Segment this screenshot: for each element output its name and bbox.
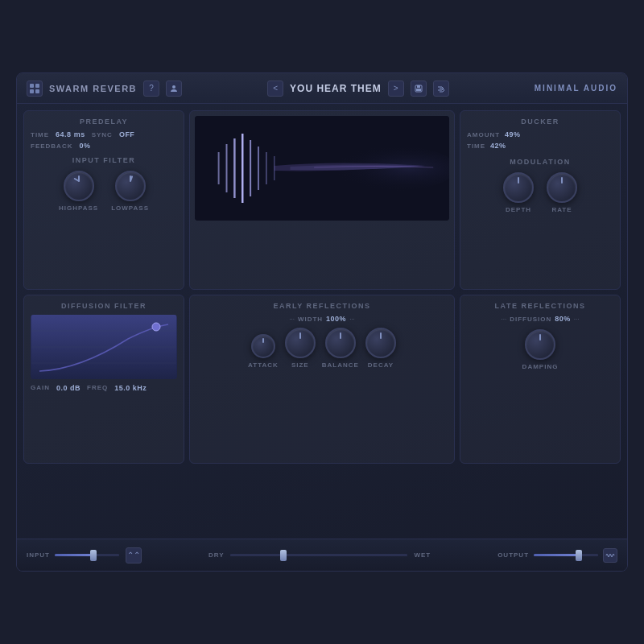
ducker-amount-row: AMOUNT 49% (467, 130, 613, 138)
width-label: WIDTH (298, 316, 323, 323)
attack-knob[interactable] (251, 334, 275, 358)
ducker-time-label: TIME (467, 142, 485, 150)
balance-knob[interactable] (325, 328, 356, 358)
ducker-panel: DUCKER AMOUNT 49% TIME 42% MODULATION DE… (460, 110, 621, 290)
modulation-knobs: DEPTH RATE (467, 172, 613, 213)
next-preset-btn[interactable]: > (388, 80, 404, 97)
depth-label: DEPTH (506, 206, 531, 213)
svg-rect-3 (35, 89, 39, 93)
size-knob[interactable] (285, 328, 316, 358)
dry-wet-container: DRY WET (208, 551, 431, 559)
svg-rect-7 (416, 89, 421, 91)
size-label: SIZE (291, 361, 309, 369)
late-knobs: DAMPING (467, 329, 613, 370)
late-diffusion-label: DIFFUSION (510, 316, 551, 323)
balance-group: BALANCE (322, 328, 359, 369)
preset-section: < YOU HEAR THEM > (182, 80, 535, 97)
gain-value[interactable]: 0.0 dB (56, 384, 80, 392)
shuffle-btn[interactable] (433, 80, 449, 97)
rate-label: RATE (551, 206, 572, 213)
diffusion-params: GAIN 0.0 dB FREQ 15.0 kHz (31, 384, 177, 392)
modulation-section: MODULATION DEPTH RATE (467, 158, 613, 213)
late-diffusion-value[interactable]: 80% (555, 315, 571, 323)
width-value[interactable]: 100% (326, 315, 346, 323)
input-filter-section: INPUT FILTER HIGHPASS LOWPASS (31, 156, 177, 212)
svg-rect-6 (417, 85, 420, 88)
plugin-logo-btn[interactable] (27, 80, 43, 97)
early-knobs: ATTACK SIZE BALANCE DECAY (196, 328, 448, 369)
freq-label: FREQ (87, 384, 108, 392)
lowpass-label: LOWPASS (111, 204, 149, 212)
feedback-value[interactable]: 0% (79, 142, 90, 150)
input-expand-btn[interactable]: ⌃⌃ (126, 547, 142, 564)
freq-value[interactable]: 15.0 kHz (114, 384, 147, 392)
size-group: SIZE (285, 328, 316, 369)
user-btn[interactable] (166, 80, 182, 97)
predelay-panel: PREDELAY TIME 64.8 ms SYNC OFF FEEDBACK … (23, 110, 184, 290)
predelay-feedback-row: FEEDBACK 0% (31, 142, 177, 150)
preset-name: YOU HEAR THEM (290, 83, 382, 94)
decay-label: DECAY (368, 361, 394, 369)
diffusion-title: DIFFUSION FILTER (31, 302, 177, 310)
early-reflections-title: EARLY REFLECTIONS (196, 302, 448, 310)
feedback-label: FEEDBACK (31, 142, 72, 150)
svg-rect-1 (35, 84, 39, 88)
late-reflections-title: LATE REFLECTIONS (467, 302, 613, 310)
help-btn[interactable]: ? (143, 80, 159, 97)
predelay-title: PREDELAY (31, 118, 177, 126)
highpass-knob[interactable] (64, 171, 94, 201)
input-slider-group: INPUT (27, 551, 119, 559)
lowpass-knob[interactable] (115, 171, 146, 201)
plugin-name: SWARM REVERB (49, 84, 137, 93)
rate-knob[interactable] (547, 172, 577, 203)
highpass-label: HIGHPASS (59, 204, 98, 212)
input-label: INPUT (27, 551, 50, 559)
depth-group: DEPTH (503, 172, 534, 213)
svg-rect-2 (30, 89, 34, 93)
time-value[interactable]: 64.8 ms (56, 130, 85, 138)
svg-point-4 (172, 85, 175, 89)
svg-point-22 (152, 323, 160, 331)
ducker-amount-value[interactable]: 49% (505, 130, 521, 138)
top-bar-left: SWARM REVERB ? (27, 80, 182, 97)
plugin-window: SWARM REVERB ? < YOU HEAR THEM > MINIMAL… (16, 72, 628, 572)
time-label: TIME (31, 131, 49, 138)
save-preset-btn[interactable] (411, 80, 427, 97)
damping-group: DAMPING (522, 329, 559, 370)
ducker-time-value[interactable]: 42% (490, 142, 506, 150)
main-content: PREDELAY TIME 64.8 ms SYNC OFF FEEDBACK … (17, 104, 627, 539)
late-reflections-panel: LATE REFLECTIONS ··· DIFFUSION 80% ··· D… (460, 295, 621, 463)
modulation-title: MODULATION (467, 158, 613, 166)
visualizer (195, 116, 449, 221)
decay-knob[interactable] (365, 328, 396, 358)
ducker-amount-label: AMOUNT (467, 131, 500, 138)
width-row: ··· WIDTH 100% ··· (196, 315, 448, 323)
lowpass-group: LOWPASS (111, 171, 149, 212)
late-diffusion-row: ··· DIFFUSION 80% ··· (467, 315, 613, 323)
sync-value[interactable]: OFF (119, 130, 135, 138)
input-slider[interactable] (55, 554, 119, 556)
gain-label: GAIN (31, 384, 50, 392)
predelay-time-row: TIME 64.8 ms SYNC OFF (31, 130, 177, 138)
sync-label: SYNC (92, 131, 113, 138)
prev-preset-btn[interactable]: < (267, 80, 283, 97)
input-filter-knobs: HIGHPASS LOWPASS (31, 171, 177, 212)
decay-group: DECAY (365, 328, 396, 369)
visualizer-panel (189, 110, 455, 290)
bottom-bar: INPUT ⌃⌃ DRY WET OUTPUT (17, 539, 627, 571)
depth-knob[interactable] (503, 172, 534, 203)
wet-label: WET (414, 551, 431, 559)
svg-rect-0 (30, 84, 34, 88)
ducker-title: DUCKER (467, 118, 613, 126)
dry-wet-slider[interactable] (230, 554, 407, 556)
output-label: OUTPUT (497, 551, 529, 559)
dry-label: DRY (208, 551, 225, 559)
highpass-group: HIGHPASS (59, 171, 98, 212)
early-reflections-panel: EARLY REFLECTIONS ··· WIDTH 100% ··· ATT… (189, 295, 455, 463)
top-bar: SWARM REVERB ? < YOU HEAR THEM > MINIMAL… (17, 73, 627, 104)
damping-knob[interactable] (525, 329, 555, 360)
output-slider[interactable] (534, 554, 598, 556)
output-slider-group: OUTPUT (497, 548, 617, 563)
diffusion-graph[interactable] (31, 315, 177, 379)
waveform-icon[interactable] (603, 548, 617, 563)
